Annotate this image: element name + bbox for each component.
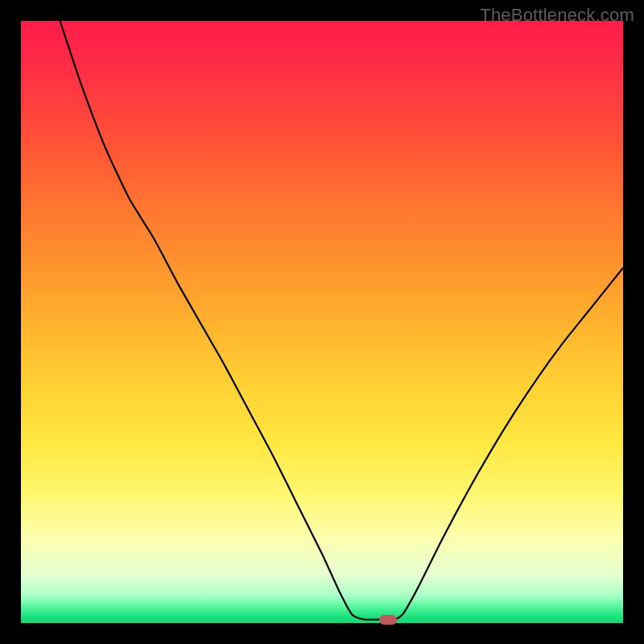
chart-frame: TheBottleneck.com [0, 0, 644, 644]
bottleneck-curve [21, 21, 623, 623]
plot-area [21, 21, 623, 623]
minimum-marker [379, 615, 397, 625]
watermark-text: TheBottleneck.com [480, 5, 634, 26]
